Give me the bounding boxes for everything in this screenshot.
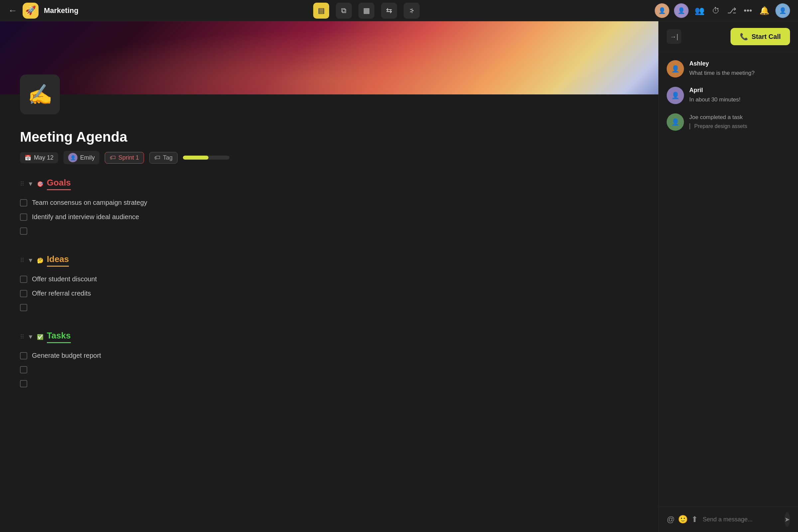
meta-date: May 12 (34, 154, 54, 161)
chat-topbar: →| 📞 Start Call (659, 21, 798, 52)
task-checkbox-3[interactable] (20, 227, 27, 235)
notification-icon[interactable]: 🔔 (758, 5, 771, 17)
chat-message-body-joe: Joe completed a task Prepare design asse… (689, 113, 790, 129)
chat-sender-april: April (689, 87, 790, 94)
task-checkbox-6[interactable] (20, 304, 27, 311)
page-body: Meeting Agenda 📅 May 12 👤 Emily 🏷 Sprint… (0, 114, 658, 426)
top-navbar: ← 🚀 Marketing ▤ ⧉ ▦ ⇆ ⸖ 👤 👤 👥 ⏱ ⎇ ••• 🔔 … (0, 0, 798, 21)
chat-avatar-april: 👤 (667, 87, 684, 104)
mention-icon[interactable]: @ (667, 515, 674, 524)
start-call-label: Start Call (752, 33, 781, 41)
section-tasks: ⠿ ▼ ✅ Tasks Generate budget report (20, 330, 639, 391)
task-label-7: Generate budget report (32, 352, 101, 359)
drag-handle-ideas[interactable]: ⠿ (20, 257, 24, 264)
chat-task-reference: Prepare design assets (689, 124, 790, 129)
section-goals: ⠿ ▼ 🎯 Goals Team consensus on campaign s… (20, 177, 639, 238)
tag-label: Tag (163, 154, 173, 161)
emoji-icon[interactable]: 🙂 (678, 515, 688, 524)
task-checkbox-9[interactable] (20, 380, 27, 387)
task-item: Offer referral credits (20, 286, 639, 301)
section-goals-header: ⠿ ▼ 🎯 Goals (20, 177, 639, 190)
send-icon: ➤ (784, 515, 790, 524)
task-item: Generate budget report (20, 348, 639, 363)
task-label-2: Identify and interview ideal audience (32, 213, 139, 221)
add-member-icon[interactable]: 👥 (693, 5, 706, 17)
chat-message-body-ashley: Ashley What time is the meeting? (689, 60, 790, 77)
collapse-arrow-icon: →| (670, 33, 678, 41)
chat-completed-text: Joe completed a task (689, 114, 743, 120)
more-icon[interactable]: ••• (742, 5, 754, 17)
task-label-4: Offer student discount (32, 275, 97, 283)
chat-text-ashley: What time is the meeting? (689, 69, 790, 77)
branch-icon[interactable]: ⎇ (726, 5, 738, 17)
timer-icon[interactable]: ⏱ (710, 5, 721, 17)
page-icon: ✍️ (20, 75, 60, 114)
chat-collapse-button[interactable]: →| (667, 29, 681, 44)
tasks-title: Tasks (47, 330, 71, 343)
ideas-title: Ideas (47, 254, 69, 267)
progress-bar (183, 156, 229, 159)
task-checkbox-8[interactable] (20, 366, 27, 374)
sprint-tag[interactable]: 🏷 Sprint 1 (105, 152, 144, 164)
task-item: Offer student discount (20, 272, 639, 286)
back-button[interactable]: ← (8, 5, 17, 16)
main-layout: ✍️ Meeting Agenda 📅 May 12 👤 Emily 🏷 Spr… (0, 21, 798, 532)
section-ideas: ⠿ ▼ 🤔 Ideas Offer student discount Offer… (20, 254, 639, 315)
avatar-user1: 👤 (655, 3, 669, 18)
collapse-ideas[interactable]: ▼ (27, 257, 34, 264)
chat-send-button[interactable]: ➤ (784, 512, 790, 527)
task-checkbox-1[interactable] (20, 199, 27, 207)
nav-right-controls: 👤 👤 👥 ⏱ ⎇ ••• 🔔 👤 (655, 3, 790, 18)
collapse-goals[interactable]: ▼ (27, 180, 34, 188)
chat-messages: 👤 Ashley What time is the meeting? 👤 Apr… (659, 52, 798, 507)
sprint-icon: 🏷 (110, 154, 116, 161)
task-checkbox-2[interactable] (20, 213, 27, 221)
drag-handle-goals[interactable]: ⠿ (20, 180, 24, 188)
chat-message-ashley: 👤 Ashley What time is the meeting? (667, 60, 790, 77)
task-item: Identify and interview ideal audience (20, 210, 639, 224)
chat-completed-joe: Joe completed a task (689, 113, 790, 121)
assignee-avatar: 👤 (68, 153, 77, 162)
chat-avatar-joe: 👤 (667, 113, 684, 131)
assignee-meta[interactable]: 👤 Emily (63, 151, 99, 164)
toolbar-grid-view[interactable]: ▦ (358, 3, 374, 19)
task-checkbox-5[interactable] (20, 290, 27, 297)
hero-overlay (0, 21, 658, 94)
chat-input-icons: @ 🙂 ⬆ (667, 515, 698, 524)
section-tasks-header: ⠿ ▼ ✅ Tasks (20, 330, 639, 343)
toolbar: ▤ ⧉ ▦ ⇆ ⸖ (84, 3, 649, 19)
task-item (20, 377, 639, 391)
start-call-button[interactable]: 📞 Start Call (730, 28, 790, 45)
goals-emoji: 🎯 (37, 181, 43, 187)
section-ideas-header: ⠿ ▼ 🤔 Ideas (20, 254, 639, 267)
tag-icon: 🏷 (154, 154, 160, 161)
goals-title: Goals (47, 177, 71, 190)
chat-message-body-april: April In about 30 minutes! (689, 87, 790, 104)
task-item (20, 301, 639, 315)
avatar-user2: 👤 (674, 3, 689, 18)
chat-input-area: @ 🙂 ⬆ ➤ (659, 507, 798, 532)
page-meta: 📅 May 12 👤 Emily 🏷 Sprint 1 🏷 Tag (20, 151, 639, 164)
current-user-avatar[interactable]: 👤 (775, 3, 790, 18)
toolbar-share-view[interactable]: ⇆ (381, 3, 397, 19)
task-item (20, 363, 639, 377)
chat-sender-ashley: Ashley (689, 60, 790, 67)
ideas-emoji: 🤔 (37, 258, 43, 264)
hero-banner (0, 21, 658, 94)
toolbar-list-view[interactable]: ▤ (313, 3, 329, 19)
task-checkbox-4[interactable] (20, 276, 27, 283)
meta-assignee: Emily (80, 154, 95, 161)
task-checkbox-7[interactable] (20, 352, 27, 359)
upload-icon[interactable]: ⬆ (691, 515, 698, 524)
tag-meta[interactable]: 🏷 Tag (149, 152, 177, 164)
toolbar-network-view[interactable]: ⸖ (404, 3, 420, 19)
progress-fill (183, 156, 208, 159)
toolbar-split-view[interactable]: ⧉ (336, 3, 352, 19)
chat-input-field[interactable] (703, 513, 780, 526)
chat-message-joe: 👤 Joe completed a task Prepare design as… (667, 113, 790, 131)
chat-sidebar: →| 📞 Start Call 👤 Ashley What time is th… (658, 21, 798, 532)
date-meta[interactable]: 📅 May 12 (20, 152, 58, 163)
task-label-5: Offer referral credits (32, 290, 91, 297)
drag-handle-tasks[interactable]: ⠿ (20, 333, 24, 341)
collapse-tasks[interactable]: ▼ (27, 334, 34, 341)
